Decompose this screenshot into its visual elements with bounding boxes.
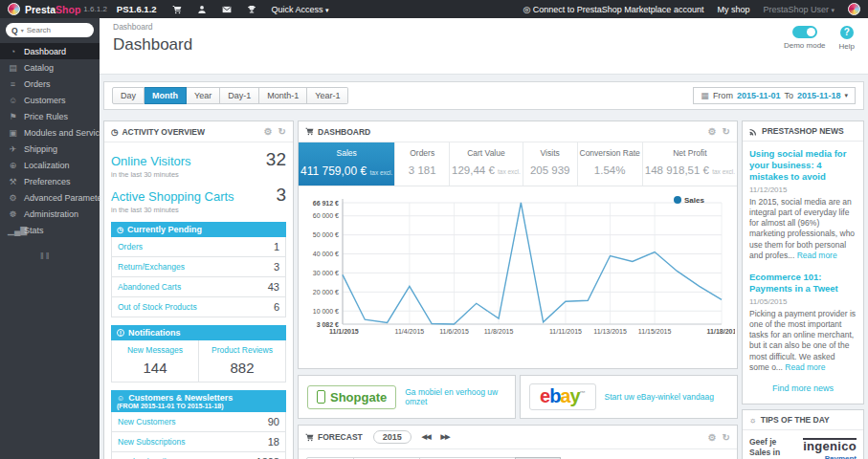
lightbulb-icon: ☼ — [749, 415, 757, 425]
online-visitors-link[interactable]: Online Visitors — [111, 154, 191, 168]
kpi-tabs: Sales411 759,00 € tax excl. Orders3 181 … — [299, 142, 737, 186]
breadcrumb[interactable]: Dashboard — [113, 22, 855, 32]
previous-period-button[interactable]: ◀◀ — [422, 433, 431, 441]
total-subscribers-row[interactable]: Total Subscribers1308 — [112, 452, 285, 459]
svg-text:3 082 €: 3 082 € — [317, 321, 339, 328]
new-customers-row[interactable]: New Customers90 — [112, 412, 285, 432]
user-menu[interactable]: PrestaShop User ▾ — [763, 5, 835, 14]
sidebar-item-dashboard[interactable]: ◔Dashboard — [0, 43, 100, 59]
preferences-icon: ⚒ — [8, 177, 18, 186]
search-scope-icon[interactable]: Q — [11, 26, 18, 35]
shopgate-logo: Shopgate — [307, 385, 396, 409]
svg-text:11/8/2015: 11/8/2015 — [484, 328, 514, 335]
svg-text:11/18/201: 11/18/201 — [707, 328, 735, 335]
range-year-button[interactable]: Year — [187, 87, 220, 104]
range-day-1-button[interactable]: Day-1 — [220, 87, 259, 104]
out-of-stock-row[interactable]: Out of Stock Products6 — [112, 297, 285, 317]
sidebar-item-catalog[interactable]: ▤Catalog — [0, 59, 100, 76]
page-title: Dashboard — [113, 35, 855, 55]
sidebar-item-shipping[interactable]: ✈Shipping — [0, 141, 100, 157]
dashboard-panel: DASHBOARD ⚙ ↻ Sales411 759,00 € tax excl… — [298, 120, 738, 369]
svg-text:11/1/2015: 11/1/2015 — [329, 328, 359, 335]
panel-refresh-icon[interactable]: ↻ — [723, 126, 730, 137]
help-icon[interactable]: ? — [840, 26, 854, 39]
article-excerpt: In 2015, social media are an integral pa… — [749, 197, 857, 261]
range-day-button[interactable]: Day — [112, 87, 145, 104]
sidebar-item-label: Shipping — [24, 144, 57, 154]
section-title: Notifications — [128, 328, 181, 338]
range-month-button[interactable]: Month — [145, 87, 187, 104]
price-rules-icon: ⚑ — [8, 112, 18, 121]
tab-net-profit[interactable]: Net Profit148 918,51 € tax excl. — [643, 142, 737, 186]
sidebar-item-stats[interactable]: ▁▄▇Stats — [0, 222, 100, 238]
sidebar-item-modules[interactable]: ▣Modules and Services — [0, 124, 100, 141]
tips-panel-title: TIPS OF THE DAY — [761, 415, 830, 425]
my-shop-link[interactable]: My shop — [717, 5, 749, 14]
ebay-link[interactable]: Start uw eBay-winkel vandaag — [605, 392, 714, 402]
phone-icon — [317, 390, 325, 404]
article-title-link[interactable]: Using social media for your business: 4 … — [749, 148, 857, 183]
find-more-news-link[interactable]: Find more news — [749, 383, 857, 393]
read-more-link[interactable]: Read more — [797, 251, 837, 260]
range-year-1-button[interactable]: Year-1 — [307, 87, 348, 104]
demo-mode-toggle[interactable] — [792, 26, 817, 38]
tab-visits[interactable]: Visits205 939 — [523, 142, 578, 186]
read-more-link[interactable]: Read more — [785, 362, 825, 372]
active-carts-value: 3 — [276, 185, 286, 206]
cart-icon[interactable] — [172, 5, 182, 14]
shopgate-link[interactable]: Ga mobiel en verhoog uw omzet — [405, 387, 506, 406]
forecast-year[interactable]: 2015 — [373, 430, 412, 444]
range-month-1-button[interactable]: Month-1 — [259, 87, 307, 104]
sidebar-item-orders[interactable]: ≡Orders — [0, 76, 100, 92]
svg-text:Sales: Sales — [684, 196, 704, 205]
date-range-picker[interactable]: ▦ From 2015-11-01 To 2015-11-18 ▾ — [693, 87, 856, 104]
sidebar-search[interactable]: Q ▾ — [6, 23, 94, 37]
active-carts-link[interactable]: Active Shopping Carts — [111, 189, 234, 204]
sidebar-item-preferences[interactable]: ⚒Preferences — [0, 173, 100, 189]
new-subscriptions-row[interactable]: New Subscriptions18 — [112, 432, 285, 452]
sidebar-item-customers[interactable]: ☺Customers — [0, 92, 100, 108]
sidebar-item-localization[interactable]: ⊕Localization — [0, 157, 100, 173]
trophy-icon[interactable] — [247, 5, 256, 14]
sidebar-item-advanced-parameters[interactable]: ⚙Advanced Parameters — [0, 189, 100, 206]
panel-refresh-icon[interactable]: ↻ — [278, 126, 286, 137]
marketplace-connect-link[interactable]: ◎ Connect to PrestaShop Marketplace acco… — [523, 5, 703, 14]
next-period-button[interactable]: ▶▶ — [441, 433, 450, 441]
sidebar-item-administration[interactable]: ☸Administration — [0, 206, 100, 222]
tab-orders[interactable]: Orders3 181 — [395, 142, 450, 186]
pending-orders-row[interactable]: Orders1 — [112, 237, 285, 257]
sidebar-item-label: Administration — [24, 209, 78, 219]
pending-returns-row[interactable]: Return/Exchanges3 — [112, 257, 285, 277]
dashboard-panel-title: DASHBOARD — [318, 127, 370, 137]
sidebar-item-label: Advanced Parameters — [24, 193, 100, 203]
panel-settings-icon[interactable]: ⚙ — [708, 126, 717, 137]
user-avatar[interactable] — [848, 3, 860, 15]
abandoned-carts-row[interactable]: Abandoned Carts43 — [112, 277, 285, 297]
customers-newsletters-section: ☺Customers & Newsletters (FROM 2015-11-0… — [111, 390, 286, 459]
date-to-value: 2015-11-18 — [797, 91, 841, 100]
panel-settings-icon[interactable]: ⚙ — [708, 432, 717, 443]
currently-pending-section: ◷Currently Pending Orders1 Return/Exchan… — [111, 222, 286, 317]
messages-icon[interactable] — [222, 5, 232, 14]
tab-conversion-rate[interactable]: Conversion Rate1.54% — [578, 142, 643, 186]
tab-cart-value[interactable]: Cart Value129,44 € tax excl. — [450, 142, 523, 186]
customers-quick-icon[interactable] — [197, 5, 207, 14]
activity-overview-title: ACTIVITY OVERVIEW — [122, 127, 205, 137]
rss-icon — [749, 127, 758, 136]
panel-refresh-icon[interactable]: ↻ — [723, 432, 730, 443]
quick-access-menu[interactable]: Quick Access ▾ — [272, 5, 329, 14]
svg-text:11/6/2015: 11/6/2015 — [439, 328, 469, 335]
brand-name: PrestaShop — [25, 4, 80, 15]
sidebar-item-price-rules[interactable]: ⚑Price Rules — [0, 108, 100, 124]
administration-icon: ☸ — [8, 209, 18, 219]
panel-settings-icon[interactable]: ⚙ — [264, 126, 273, 137]
collapse-sidebar-button[interactable]: ‖‖ — [40, 251, 100, 261]
date-from-value: 2015-11-01 — [737, 91, 781, 100]
tab-sales[interactable]: Sales411 759,00 € tax excl. — [299, 142, 395, 186]
shopgate-module-card: Shopgate Ga mobiel en verhoog uw omzet — [298, 375, 516, 419]
new-messages-cell[interactable]: New Messages144 — [112, 340, 198, 382]
product-reviews-cell[interactable]: Product Reviews882 — [198, 340, 285, 382]
person-icon: ☺ — [117, 394, 124, 403]
article-title-link[interactable]: Ecommerce 101: Payments in a Tweet — [749, 272, 857, 295]
search-input[interactable] — [27, 26, 77, 34]
